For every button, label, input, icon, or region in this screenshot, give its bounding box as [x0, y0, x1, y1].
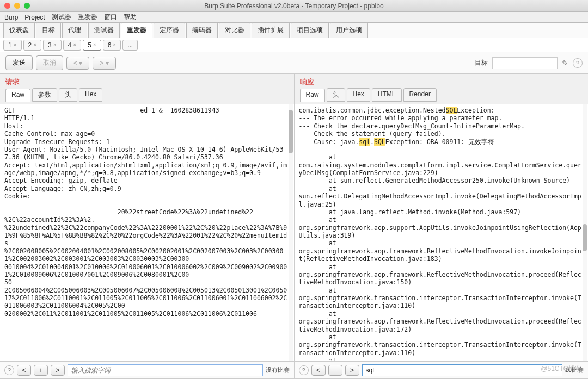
request-tab-params[interactable]: 参数: [32, 88, 57, 102]
target-label: 目标: [475, 58, 488, 67]
close-tab-icon[interactable]: ×: [113, 42, 116, 48]
request-search-row: ? < + > 没有比赛: [0, 361, 294, 378]
titlebar: Burp Suite Professional v2.0beta - Tempo…: [0, 0, 588, 12]
menu-repeater[interactable]: 重发器: [78, 13, 97, 22]
repeater-tab-6[interactable]: 6 ×: [103, 40, 121, 51]
tool-tabs: 仪表盘 目标 代理 测试器 重发器 定序器 编码器 对比器 插件扩展 项目选项 …: [0, 23, 588, 38]
repeater-tab-2[interactable]: 2 ×: [23, 40, 42, 51]
repeater-subtabs: 1 ×2 ×3 ×4 ×5 ×6 ×...: [0, 38, 588, 52]
request-tab-headers[interactable]: 头: [59, 88, 77, 102]
history-prev-button[interactable]: < ▾: [66, 57, 89, 70]
tab-sequencer[interactable]: 定序器: [154, 22, 185, 38]
history-next-button[interactable]: > ▾: [93, 57, 115, 70]
tab-comparer[interactable]: 对比器: [219, 22, 250, 38]
close-tab-icon[interactable]: ×: [33, 42, 36, 48]
repeater-tab-...[interactable]: ...: [122, 40, 138, 51]
tab-useropts[interactable]: 用户选项: [330, 22, 368, 38]
response-tab-raw[interactable]: Raw: [300, 89, 325, 102]
request-search-add[interactable]: +: [34, 365, 48, 376]
request-search-help-icon[interactable]: ?: [4, 365, 14, 375]
menubar: Burp Project 测试器 重发器 窗口 帮助: [0, 12, 588, 23]
request-search-next[interactable]: >: [51, 365, 65, 376]
repeater-tab-5[interactable]: 5 ×: [83, 40, 101, 51]
close-tab-icon[interactable]: ×: [14, 42, 17, 48]
repeater-toolbar: 发送 取消 < ▾ > ▾ 目标 ✎ ?: [0, 52, 588, 74]
close-tab-icon[interactable]: ×: [53, 42, 57, 48]
request-tab-raw[interactable]: Raw: [5, 89, 30, 102]
cancel-button[interactable]: 取消: [36, 55, 63, 70]
menu-window[interactable]: 窗口: [104, 13, 117, 22]
menu-project[interactable]: Project: [24, 14, 45, 21]
target-field[interactable]: [492, 57, 558, 69]
window-title: Burp Suite Professional v2.0beta - Tempo…: [0, 2, 588, 10]
response-body[interactable]: com.ibatis.common.jdbc.exception.NestedS…: [295, 104, 589, 361]
request-search-matches: 没有比赛: [266, 366, 290, 374]
repeater-tab-1[interactable]: 1 ×: [3, 40, 22, 51]
request-search-input[interactable]: [68, 364, 263, 376]
repeater-tab-4[interactable]: 4 ×: [63, 40, 82, 51]
repeater-tab-3[interactable]: 3 ×: [43, 40, 62, 51]
request-title: 请求: [0, 74, 294, 88]
tab-intruder[interactable]: 测试器: [88, 22, 120, 38]
help-icon[interactable]: ?: [573, 58, 583, 68]
send-button[interactable]: 发送: [5, 55, 33, 70]
watermark: @51CTO博客: [541, 364, 581, 374]
request-body[interactable]: GET ed=1'&_=1602838611943 HTTP/1.1 Host:…: [0, 104, 294, 361]
tab-dashboard[interactable]: 仪表盘: [3, 22, 35, 38]
response-tab-hex[interactable]: Hex: [347, 88, 370, 102]
request-view-tabs: Raw 参数 头 Hex: [0, 88, 294, 104]
request-search-prev[interactable]: <: [17, 365, 31, 376]
tab-target[interactable]: 目标: [36, 22, 61, 38]
menu-burp[interactable]: Burp: [4, 14, 18, 21]
request-scrollbar[interactable]: [289, 104, 293, 361]
request-panel: 请求 Raw 参数 头 Hex GET ed=1'&_=160283861194…: [0, 74, 295, 378]
response-search-help-icon[interactable]: ?: [299, 365, 309, 375]
edit-target-icon[interactable]: ✎: [562, 59, 568, 67]
response-tab-render[interactable]: Render: [403, 88, 437, 102]
tab-repeater[interactable]: 重发器: [121, 22, 152, 38]
response-tab-headers[interactable]: 头: [327, 88, 345, 102]
response-search-add[interactable]: +: [328, 365, 342, 376]
response-view-tabs: Raw 头 Hex HTML Render: [295, 88, 589, 104]
response-search-prev[interactable]: <: [311, 365, 326, 376]
panels: 请求 Raw 参数 头 Hex GET ed=1'&_=160283861194…: [0, 74, 588, 378]
response-search-input[interactable]: [362, 364, 562, 376]
menu-tester[interactable]: 测试器: [52, 13, 71, 22]
response-title: 响应: [295, 74, 589, 88]
response-tab-html[interactable]: HTML: [372, 88, 402, 102]
close-tab-icon[interactable]: ×: [93, 42, 96, 48]
tab-decoder[interactable]: 编码器: [186, 22, 218, 38]
response-scrollbar[interactable]: [583, 104, 587, 361]
tab-extender[interactable]: 插件扩展: [252, 22, 290, 38]
response-panel: 响应 Raw 头 Hex HTML Render com.ibatis.comm…: [295, 74, 589, 378]
menu-help[interactable]: 帮助: [124, 13, 137, 22]
response-search-next[interactable]: >: [345, 365, 359, 376]
close-tab-icon[interactable]: ×: [73, 42, 76, 48]
tab-projopts[interactable]: 项目选项: [291, 22, 329, 38]
tab-proxy[interactable]: 代理: [62, 22, 87, 38]
request-tab-hex[interactable]: Hex: [79, 88, 102, 102]
